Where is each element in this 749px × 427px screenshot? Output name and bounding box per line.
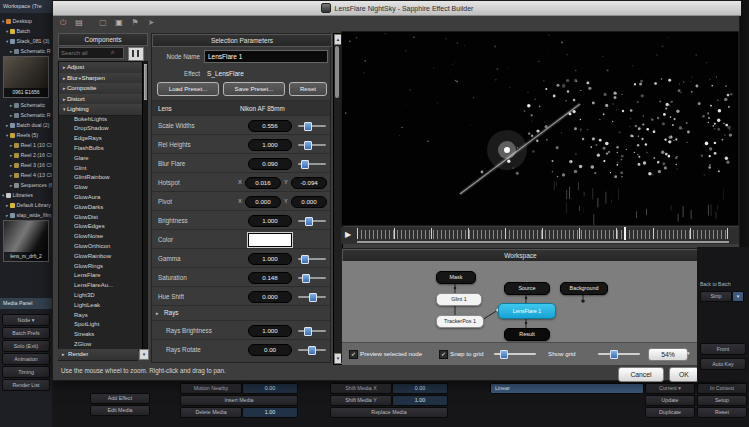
value-field[interactable]: 1.000 <box>248 253 292 265</box>
value-field[interactable]: 0.148 <box>248 272 292 284</box>
batch-button-timing[interactable]: Timing <box>2 366 50 378</box>
color-swatch[interactable] <box>248 233 292 247</box>
save-preset-button[interactable]: Save Preset... <box>223 82 285 96</box>
slider-handle[interactable] <box>301 160 309 169</box>
batch-button-current[interactable]: Current ▾ <box>645 383 695 394</box>
batch-button-reset[interactable]: Reset <box>697 407 747 418</box>
effect-item-glow[interactable]: Glow <box>59 183 148 193</box>
batch-field-deletemedia[interactable]: Delete Media <box>180 407 242 418</box>
category-render[interactable]: ▸Render <box>58 349 138 361</box>
y-value-field[interactable]: -0.094 <box>291 177 327 189</box>
param-slider[interactable] <box>298 330 326 332</box>
lens-value[interactable]: Nikon AF 85mm <box>240 105 285 112</box>
effect-item-lightleak[interactable]: LightLeak <box>59 301 148 311</box>
param-slider[interactable] <box>298 144 326 146</box>
effect-item-bokehlights[interactable]: BokehLights <box>59 115 148 125</box>
batch-button-addeffect[interactable]: Add Effect <box>90 393 150 404</box>
effect-item-streaks[interactable]: Streaks <box>59 330 148 340</box>
param-slider[interactable] <box>298 258 326 260</box>
x-value-field[interactable]: 0.016 <box>245 177 281 189</box>
scrollbar-thumb[interactable] <box>335 46 339 98</box>
slider-handle[interactable] <box>304 141 312 150</box>
effect-item-light3d[interactable]: Light3D <box>59 291 148 301</box>
slider-handle[interactable] <box>500 350 508 359</box>
node-graph-canvas[interactable]: MaskGlint 1TrackerPos 1SourceLensFlare 1… <box>342 261 699 342</box>
tree-item-slapwidefilm1[interactable]: ▸ slap_wide_film_1 <box>0 210 58 220</box>
effect-item-glowdist[interactable]: GlowDist <box>59 213 148 223</box>
param-slider[interactable] <box>298 125 326 127</box>
effect-item-spotlight[interactable]: SpotLight <box>59 320 148 330</box>
param-slider[interactable] <box>298 277 326 279</box>
effect-item-dropshadow[interactable]: DropShadow <box>59 124 148 134</box>
param-slider[interactable] <box>298 220 326 222</box>
new-setup-icon[interactable]: ▢ <box>97 17 109 29</box>
slider-handle[interactable] <box>305 217 313 226</box>
effect-item-glint[interactable]: Glint <box>59 164 148 174</box>
strip-dropdown-arrow-icon[interactable]: ▾ <box>732 291 744 302</box>
preview-selected-checkbox[interactable]: ✓ <box>349 350 358 359</box>
reset-button[interactable]: Reset <box>289 82 327 96</box>
effect-item-lensflareau[interactable]: LensFlareAu... <box>59 281 148 291</box>
batch-button-editmedia[interactable]: Edit Media <box>90 405 150 416</box>
param-slider[interactable] <box>298 163 326 165</box>
batch-button-renderlist[interactable]: Render List <box>2 379 50 391</box>
node-trackerpos-1[interactable]: TrackerPos 1 <box>436 315 484 328</box>
batch-field-000[interactable]: 0.00 <box>242 383 298 394</box>
tree-item-stack0813[interactable]: ▾ Stack_081 (3) <box>0 36 58 46</box>
effect-item-rays[interactable]: Rays <box>59 311 148 321</box>
batch-button-batchprefs[interactable]: Batch Prefs <box>2 327 50 339</box>
param-slider[interactable] <box>298 349 326 351</box>
view-toggle-button[interactable] <box>128 47 144 61</box>
effect-item-glowedges[interactable]: GlowEdges <box>59 222 148 232</box>
batch-button-duplicate[interactable]: Duplicate <box>645 407 695 418</box>
media-panel-strip[interactable]: Media Panel <box>0 298 55 309</box>
batch-button-node[interactable]: Node ▾ <box>2 314 50 326</box>
pan-icon[interactable]: ➤ <box>145 17 157 29</box>
value-field[interactable]: 0.000 <box>248 291 292 303</box>
value-field[interactable]: 1.000 <box>248 215 292 227</box>
node-result[interactable]: Result <box>504 328 550 341</box>
slider-handle[interactable] <box>610 350 618 359</box>
batch-field-motionnearby[interactable]: Motion Nearby <box>180 383 242 394</box>
cancel-button[interactable]: Cancel <box>618 367 664 382</box>
effect-item-glowdarks[interactable]: GlowDarks <box>59 203 148 213</box>
batch-button-update[interactable]: Update <box>645 395 695 406</box>
node-source[interactable]: Source <box>504 282 550 295</box>
load-preset-button[interactable]: Load Preset... <box>157 82 219 96</box>
slider-handle[interactable] <box>302 274 310 283</box>
components-scroll-down-button[interactable]: ▾ <box>139 349 149 360</box>
zoom-slider[interactable] <box>598 353 640 355</box>
param-slider[interactable] <box>298 296 326 298</box>
dialog-titlebar[interactable]: LensFlare NightSky - Sapphire Effect Bui… <box>53 1 741 16</box>
value-field[interactable]: 0.00 <box>248 344 292 356</box>
components-scrollbar[interactable] <box>142 62 148 350</box>
slider-handle[interactable] <box>309 293 317 302</box>
batch-button-incontext[interactable]: In Context <box>697 383 747 394</box>
value-field[interactable]: 0.090 <box>248 158 292 170</box>
slider-handle[interactable] <box>301 255 309 264</box>
ok-button[interactable]: OK <box>669 367 699 382</box>
slider-handle[interactable] <box>308 346 316 355</box>
zoom-percent-dropdown[interactable]: 54% <box>648 348 688 361</box>
batch-field-100[interactable]: 1.00 <box>392 395 448 406</box>
scrollbar-thumb[interactable] <box>144 64 149 100</box>
save-setup-icon[interactable]: ▣ <box>113 17 125 29</box>
batch-button-setup[interactable]: Setup <box>697 395 747 406</box>
node-background[interactable]: Background <box>560 282 608 295</box>
effect-item-lensflare[interactable]: LensFlare <box>59 271 148 281</box>
tree-item-defaultlibrary[interactable]: ▸ Default Library <box>0 200 58 210</box>
batch-field-replacemedia[interactable]: Replace Media <box>330 407 448 418</box>
tree-item-libraries[interactable]: ▾ Libraries <box>0 190 54 200</box>
x-value-field[interactable]: 0.000 <box>245 196 281 208</box>
panels-icon[interactable]: ▤ <box>73 17 85 29</box>
snap-to-grid-checkbox[interactable]: ✓ <box>439 350 448 359</box>
grid-size-slider[interactable] <box>494 353 536 355</box>
play-button[interactable]: ▶ <box>345 229 351 240</box>
batch-button-soloexit[interactable]: Solo (Exit) <box>2 340 50 352</box>
clip-thumbnail[interactable]: 0961 E1656 <box>3 56 49 98</box>
effect-item-glowrainbow[interactable]: GlowRainbow <box>59 252 148 262</box>
effect-item-glintrainbow[interactable]: GlintRainbow <box>59 173 148 183</box>
timeline-scrollbar[interactable] <box>357 241 729 243</box>
playhead[interactable] <box>624 227 626 240</box>
effect-item-gloworthicon[interactable]: GlowOrthicon <box>59 242 148 252</box>
